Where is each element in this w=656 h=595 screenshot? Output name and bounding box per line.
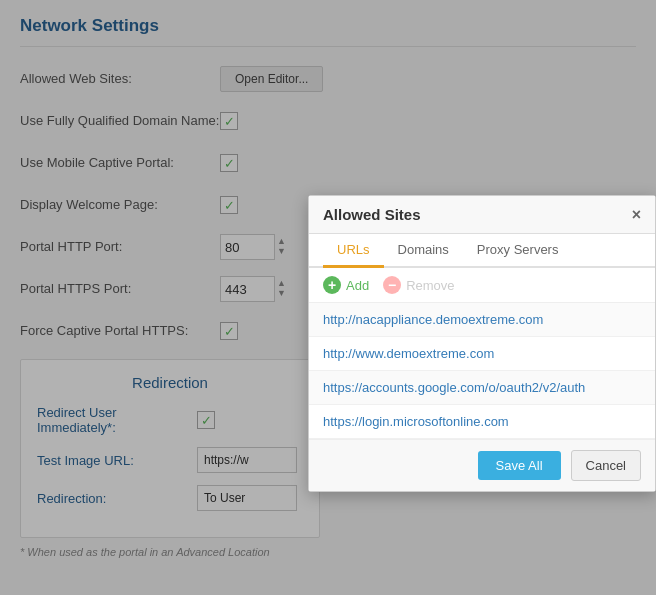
modal-close-button[interactable]: × [632, 207, 641, 223]
modal-toolbar: + Add − Remove [309, 268, 655, 303]
remove-label: Remove [406, 278, 454, 293]
cancel-button[interactable]: Cancel [571, 450, 641, 481]
url-item[interactable]: http://www.demoextreme.com [309, 337, 655, 371]
url-item[interactable]: http://nacappliance.demoextreme.com [309, 303, 655, 337]
tab-proxy-servers[interactable]: Proxy Servers [463, 234, 573, 268]
save-all-button[interactable]: Save All [478, 451, 561, 480]
modal-title: Allowed Sites [323, 206, 421, 223]
tab-domains[interactable]: Domains [384, 234, 463, 268]
url-item[interactable]: https://login.microsoftonline.com [309, 405, 655, 439]
modal-footer: Save All Cancel [309, 439, 655, 491]
modal-tabs: URLs Domains Proxy Servers [309, 234, 655, 268]
remove-icon: − [383, 276, 401, 294]
tab-urls[interactable]: URLs [323, 234, 384, 268]
allowed-sites-modal: Allowed Sites × URLs Domains Proxy Serve… [308, 195, 656, 492]
url-item[interactable]: https://accounts.google.com/o/oauth2/v2/… [309, 371, 655, 405]
remove-button[interactable]: − Remove [383, 276, 454, 294]
url-list: http://nacappliance.demoextreme.com http… [309, 303, 655, 439]
add-button[interactable]: + Add [323, 276, 369, 294]
modal-header: Allowed Sites × [309, 196, 655, 234]
add-label: Add [346, 278, 369, 293]
add-icon: + [323, 276, 341, 294]
